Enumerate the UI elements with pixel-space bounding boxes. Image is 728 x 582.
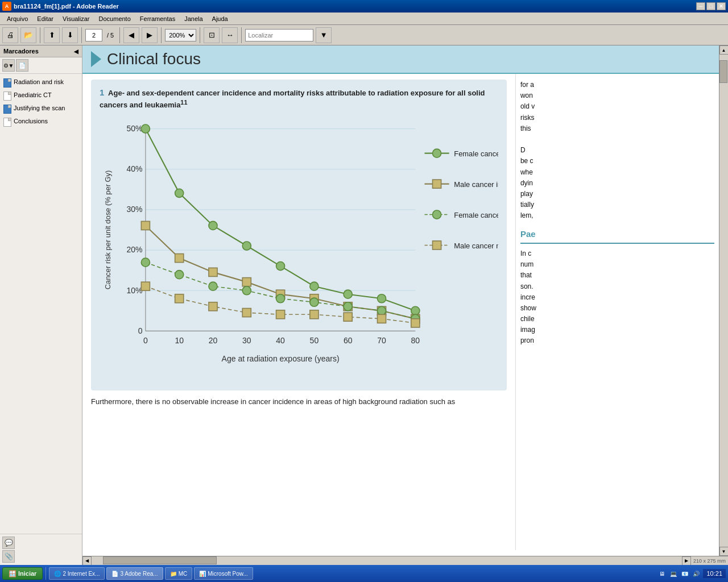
systray-icon-3: 📧 (680, 569, 689, 578)
next-page-button[interactable]: ▶ (142, 27, 158, 43)
sidebar-item-label-paediatric: Paediatric CT (14, 91, 52, 99)
open-button[interactable]: 📂 (20, 27, 36, 43)
menu-ferramentas[interactable]: Ferramentas (135, 14, 180, 23)
minimize-button[interactable]: ─ (696, 2, 705, 10)
print-button[interactable]: 🖨 (2, 27, 18, 43)
menu-documento[interactable]: Documento (94, 14, 135, 23)
svg-rect-72 (433, 241, 441, 250)
taskbar-btn-ie[interactable]: 🌐 2 Internet Ex... (49, 567, 105, 580)
svg-text:10: 10 (175, 336, 184, 345)
clock: 10:21 (703, 569, 726, 578)
menu-visualizar[interactable]: Visualizar (58, 14, 94, 23)
sidebar-toolbar: ⚙▼ 📄 (0, 57, 82, 74)
start-button[interactable]: 🪟 Iniciar (2, 567, 43, 580)
taskbar-btn-powerpoint[interactable]: 📊 Microsoft Pow... (194, 567, 253, 580)
scroll-up-button[interactable]: ▲ (719, 45, 729, 55)
pdf-area: Clinical focus 1 Age- and sex-dependent … (82, 45, 728, 565)
chart-box: 1 Age- and sex-dependent cancer incidenc… (91, 80, 507, 390)
menu-arquivo[interactable]: Arquivo (2, 14, 32, 23)
svg-text:0: 0 (143, 336, 148, 345)
h-scroll-track[interactable] (92, 556, 682, 565)
svg-point-27 (175, 189, 184, 197)
svg-point-30 (276, 261, 285, 270)
right-section-text: In c num that son. incre show chile imag… (520, 248, 714, 347)
systray-icon-2: 💻 (669, 569, 678, 578)
taskbar-btn-acrobat[interactable]: 📄 3 Adobe Rea... (106, 567, 163, 580)
chart-title: 1 Age- and sex-dependent cancer incidenc… (100, 86, 498, 111)
svg-point-45 (175, 270, 184, 278)
svg-point-51 (377, 306, 386, 315)
title-text: bra11124_fm[1].pdf - Adobe Reader (14, 3, 119, 10)
svg-point-49 (310, 298, 318, 306)
search-go-button[interactable]: ▼ (316, 27, 332, 43)
search-input[interactable] (245, 29, 313, 41)
maximize-button[interactable]: □ (706, 2, 715, 10)
svg-point-26 (141, 124, 150, 133)
svg-rect-37 (209, 268, 217, 276)
scroll-right-button[interactable]: ▶ (682, 556, 691, 566)
fit-page-button[interactable]: ⊡ (204, 27, 220, 43)
sidebar-item-label-radiation: Radiation and risk (14, 78, 64, 86)
prev-page-button[interactable]: ◀ (123, 27, 139, 43)
scroll-track[interactable] (719, 55, 728, 547)
sidebar-title: Marcadores (3, 48, 39, 55)
svg-text:Age at radiation exposure (yea: Age at radiation exposure (years) (222, 354, 340, 363)
forward-button[interactable]: ⬇ (62, 27, 78, 43)
svg-point-46 (209, 282, 217, 290)
folder-icon: 📁 (170, 571, 177, 577)
comment-icon[interactable]: 💬 (2, 537, 15, 549)
toolbar: 🖨 📂 ⬆ ⬇ / 5 ◀ ▶ 200% 100% 150% ⊡ ↔ ▼ (0, 25, 728, 45)
fit-width-button[interactable]: ↔ (222, 27, 238, 43)
svg-rect-38 (242, 277, 251, 286)
title-bar: A bra11124_fm[1].pdf - Adobe Reader ─ □ … (0, 0, 728, 13)
svg-rect-60 (377, 314, 386, 323)
zoom-select[interactable]: 200% 100% 150% (165, 29, 196, 41)
svg-rect-57 (276, 310, 285, 318)
ppt-icon: 📊 (199, 571, 206, 577)
svg-point-47 (242, 286, 251, 294)
right-col: for a won old v risks this D be c whe dy… (515, 74, 719, 550)
svg-rect-56 (242, 308, 251, 317)
back-button[interactable]: ⬆ (44, 27, 60, 43)
sidebar-action-button[interactable]: 📄 (16, 59, 28, 72)
sidebar-item-label-justifying: Justifying the scan (14, 104, 65, 112)
systray-icon-4: 🔊 (692, 569, 701, 578)
sidebar-header: Marcadores ◀ (0, 45, 82, 57)
scroll-down-button[interactable]: ▼ (719, 547, 729, 556)
sidebar-options-button[interactable]: ⚙▼ (2, 59, 15, 72)
menu-ajuda[interactable]: Ajuda (208, 14, 233, 23)
scroll-thumb[interactable] (719, 60, 727, 83)
svg-point-28 (209, 221, 217, 230)
chart-svg-container: 50% 40% 30% 20% 10% 0 0 10 (100, 117, 498, 383)
svg-text:80: 80 (411, 336, 420, 345)
systray-icon-1: 🖥 (657, 569, 667, 578)
h-scroll-thumb[interactable] (103, 556, 217, 564)
svg-point-48 (276, 294, 285, 302)
clinical-focus-title: Clinical focus (107, 50, 201, 68)
svg-point-34 (411, 306, 420, 315)
svg-rect-53 (141, 282, 150, 290)
sidebar-item-paediatric[interactable]: Paediatric CT (0, 89, 82, 102)
svg-text:40%: 40% (126, 164, 142, 173)
scroll-left-button[interactable]: ◀ (82, 556, 92, 566)
sidebar-item-radiation[interactable]: Radiation and risk (0, 76, 82, 89)
svg-rect-35 (141, 221, 150, 230)
sep6 (241, 27, 242, 43)
taskbar-btn-mc[interactable]: 📁 MC (165, 567, 193, 580)
sidebar: Marcadores ◀ ⚙▼ 📄 Radiation and risk Pae… (0, 45, 82, 565)
menu-janela[interactable]: Janela (180, 14, 207, 23)
sidebar-collapse-icon[interactable]: ◀ (74, 48, 78, 55)
menu-bar: Arquivo Editar Visualizar Documento Ferr… (0, 13, 728, 25)
chart-svg: 50% 40% 30% 20% 10% 0 0 10 (100, 117, 498, 380)
attach-icon[interactable]: 📎 (2, 550, 15, 563)
svg-text:30: 30 (242, 336, 251, 345)
menu-editar[interactable]: Editar (32, 14, 58, 23)
app-icon: A (2, 2, 11, 11)
sidebar-item-justifying[interactable]: Justifying the scan (0, 102, 82, 115)
bookmark-icon-radiation (3, 78, 11, 88)
svg-rect-59 (344, 313, 352, 321)
svg-point-33 (377, 294, 386, 302)
sidebar-item-conclusions[interactable]: Conclusions (0, 115, 82, 128)
close-button[interactable]: ✕ (717, 2, 726, 10)
page-input[interactable] (85, 29, 102, 41)
